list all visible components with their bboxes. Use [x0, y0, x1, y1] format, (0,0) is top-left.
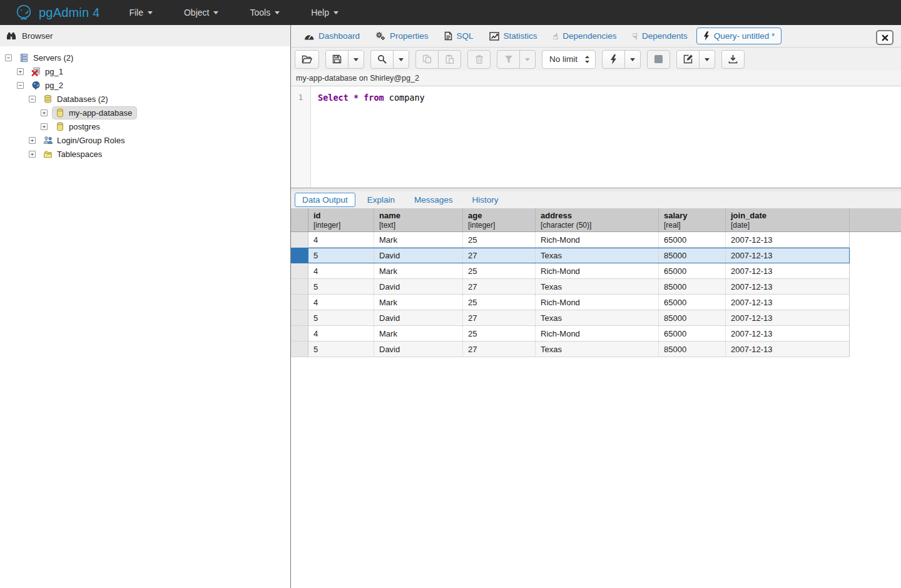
expand-toggle[interactable]: +: [29, 151, 36, 158]
table-cell[interactable]: Mark: [374, 263, 463, 278]
collapse-toggle[interactable]: −: [29, 96, 36, 103]
collapse-toggle[interactable]: −: [5, 54, 12, 61]
table-cell[interactable]: 4: [308, 326, 374, 341]
paste-button[interactable]: [438, 50, 461, 69]
table-cell[interactable]: 2007-12-13: [726, 263, 850, 278]
column-header-address[interactable]: address[character (50)]: [536, 208, 659, 231]
table-cell[interactable]: Mark: [374, 232, 463, 247]
collapse-toggle[interactable]: −: [17, 82, 24, 89]
tab-properties[interactable]: Properties: [369, 28, 435, 44]
table-cell[interactable]: 2007-12-13: [726, 232, 850, 247]
stop-button[interactable]: [647, 50, 670, 69]
expand-toggle[interactable]: +: [29, 137, 36, 144]
tree-item-pg-2[interactable]: −pg_2: [0, 78, 290, 92]
row-number-cell[interactable]: [291, 263, 308, 278]
table-cell[interactable]: 4: [308, 263, 374, 278]
table-cell[interactable]: David: [374, 342, 463, 357]
output-tab-data-output[interactable]: Data Output: [295, 193, 355, 207]
table-cell[interactable]: 25: [463, 295, 536, 310]
table-cell[interactable]: 27: [463, 342, 536, 357]
table-cell[interactable]: 2007-12-13: [726, 248, 850, 263]
output-tab-messages[interactable]: Messages: [407, 193, 461, 207]
tree-item-postgres[interactable]: +postgres: [0, 119, 290, 133]
tree-item-servers-2[interactable]: −Servers (2): [0, 51, 290, 64]
column-header-id[interactable]: id[integer]: [308, 208, 374, 231]
execute-button[interactable]: [602, 50, 625, 69]
tree-item-pg-1[interactable]: +pg_1: [0, 64, 290, 78]
tree-item-my-app-database[interactable]: +my-app-database: [0, 106, 290, 119]
table-cell[interactable]: 2007-12-13: [726, 279, 850, 294]
row-number-cell[interactable]: [291, 310, 308, 325]
execute-options-button[interactable]: [624, 50, 641, 69]
table-cell[interactable]: Texas: [536, 310, 659, 325]
row-number-cell[interactable]: [291, 248, 308, 263]
expand-toggle[interactable]: +: [41, 123, 48, 130]
table-cell[interactable]: 65000: [659, 295, 726, 310]
table-cell[interactable]: Texas: [536, 248, 659, 263]
filter-options-button[interactable]: [519, 50, 536, 69]
table-cell[interactable]: 65000: [659, 263, 726, 278]
open-file-button[interactable]: [295, 50, 319, 69]
table-cell[interactable]: 85000: [659, 310, 726, 325]
row-number-header-cell[interactable]: [291, 208, 308, 231]
table-cell[interactable]: David: [374, 248, 463, 263]
tree-item-tablespaces[interactable]: +Tablespaces: [0, 147, 290, 161]
menu-tools[interactable]: Tools: [234, 0, 295, 25]
sql-code-area[interactable]: Select * from company: [311, 86, 901, 188]
save-options-button[interactable]: [348, 50, 364, 69]
table-cell[interactable]: Texas: [536, 279, 659, 294]
menu-object[interactable]: Object: [168, 0, 234, 25]
table-cell[interactable]: 5: [308, 310, 374, 325]
edit-options-button[interactable]: [699, 50, 715, 69]
table-cell[interactable]: Texas: [536, 342, 659, 357]
table-cell[interactable]: 5: [308, 279, 374, 294]
table-cell[interactable]: Rich-Mond: [536, 232, 659, 247]
table-cell[interactable]: 27: [463, 279, 536, 294]
output-tab-history[interactable]: History: [465, 193, 506, 207]
table-cell[interactable]: 25: [463, 326, 536, 341]
find-options-button[interactable]: [393, 50, 409, 69]
expand-toggle[interactable]: +: [17, 68, 24, 75]
table-cell[interactable]: 2007-12-13: [726, 295, 850, 310]
table-cell[interactable]: Mark: [374, 295, 463, 310]
row-number-cell[interactable]: [291, 279, 308, 294]
filter-button[interactable]: [497, 50, 520, 69]
column-header-salary[interactable]: salary[real]: [659, 208, 726, 231]
table-cell[interactable]: 65000: [659, 326, 726, 341]
table-cell[interactable]: Rich-Mond: [536, 326, 659, 341]
output-tab-explain[interactable]: Explain: [360, 193, 402, 207]
column-header-age[interactable]: age[integer]: [463, 208, 536, 231]
table-cell[interactable]: Rich-Mond: [536, 263, 659, 278]
row-limit-select[interactable]: No limit: [542, 50, 596, 69]
row-number-cell[interactable]: [291, 232, 308, 247]
table-cell[interactable]: 85000: [659, 279, 726, 294]
menu-file[interactable]: File: [113, 0, 168, 25]
table-cell[interactable]: David: [374, 279, 463, 294]
row-number-cell[interactable]: [291, 342, 308, 357]
expand-toggle[interactable]: +: [41, 109, 48, 116]
download-button[interactable]: [721, 50, 745, 69]
tab-query-untitled[interactable]: Query- untitled *: [696, 28, 782, 44]
close-panel-button[interactable]: [876, 30, 893, 45]
menu-help[interactable]: Help: [295, 0, 354, 25]
table-cell[interactable]: 27: [463, 310, 536, 325]
table-cell[interactable]: 85000: [659, 248, 726, 263]
row-number-cell[interactable]: [291, 295, 308, 310]
delete-button[interactable]: [467, 50, 491, 69]
table-cell[interactable]: 5: [308, 248, 374, 263]
table-cell[interactable]: 2007-12-13: [726, 326, 850, 341]
table-cell[interactable]: 4: [308, 232, 374, 247]
table-cell[interactable]: 5: [308, 342, 374, 357]
table-cell[interactable]: David: [374, 310, 463, 325]
table-cell[interactable]: Mark: [374, 326, 463, 341]
tab-dependents[interactable]: ☟Dependents: [625, 28, 694, 44]
tab-sql[interactable]: SQL: [437, 28, 481, 44]
copy-button[interactable]: [415, 50, 439, 69]
table-cell[interactable]: 25: [463, 263, 536, 278]
row-number-cell[interactable]: [291, 326, 308, 341]
table-cell[interactable]: Rich-Mond: [536, 295, 659, 310]
table-cell[interactable]: 27: [463, 248, 536, 263]
table-cell[interactable]: 2007-12-13: [726, 310, 850, 325]
table-cell[interactable]: 65000: [659, 232, 726, 247]
tab-dependencies[interactable]: ☝Dependencies: [546, 28, 624, 44]
